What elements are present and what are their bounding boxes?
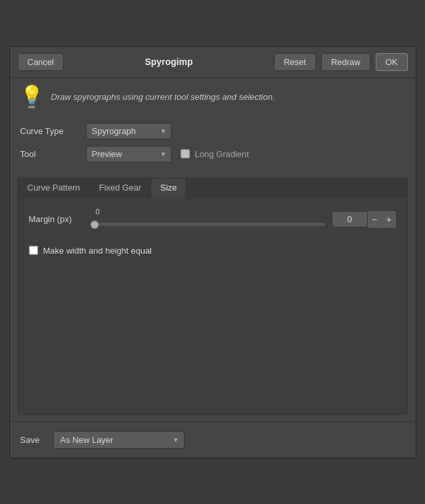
margin-slider-value-label: 0 [96, 208, 325, 216]
ok-button[interactable]: OK [376, 53, 408, 71]
save-label: Save [20, 435, 47, 445]
tab-fixed-gear[interactable]: Fixed Gear [90, 179, 151, 196]
spyrogimp-dialog: Cancel Spyrogimp Reset Redraw OK 💡 Draw … [9, 46, 416, 459]
tab-curve-pattern[interactable]: Curve Pattern [18, 179, 90, 196]
save-select-wrapper: As New Layer To Current Layer To New Ima… [53, 431, 185, 449]
long-gradient-checkbox[interactable] [181, 149, 190, 158]
tab-size-content: Margin (px) 0 − + Mak [18, 197, 407, 414]
make-equal-label: Make width and height equal [43, 246, 152, 256]
save-select[interactable]: As New Layer To Current Layer To New Ima… [53, 431, 185, 449]
make-equal-checkbox[interactable] [29, 246, 38, 255]
margin-increment-button[interactable]: + [382, 210, 397, 229]
tool-label: Tool [20, 149, 79, 159]
long-gradient-label: Long Gradient [195, 149, 249, 159]
margin-slider-thumb[interactable] [90, 220, 99, 229]
curve-type-select[interactable]: Spyrograph Epitrochoid Sine Curve Lissaj… [86, 123, 171, 139]
tool-select-wrapper: Preview Pencil Paintbrush Airbrush ▼ [86, 146, 171, 162]
tool-select[interactable]: Preview Pencil Paintbrush Airbrush [86, 146, 171, 162]
margin-slider-track [95, 223, 325, 226]
curve-type-select-wrapper: Spyrograph Epitrochoid Sine Curve Lissaj… [86, 123, 171, 139]
info-description: Draw spyrographs using current tool sett… [51, 92, 275, 102]
info-row: 💡 Draw spyrographs using current tool se… [10, 78, 416, 116]
form-area: Curve Type Spyrograph Epitrochoid Sine C… [10, 116, 416, 178]
equal-row: Make width and height equal [29, 246, 397, 256]
curve-type-label: Curve Type [20, 126, 79, 136]
margin-decrement-button[interactable]: − [368, 210, 382, 229]
dialog-title: Spyrogimp [69, 57, 269, 67]
margin-row: Margin (px) 0 − + [29, 208, 397, 231]
margin-slider-container[interactable] [95, 218, 325, 231]
bulb-icon: 💡 [20, 86, 43, 108]
margin-spinner: − + [332, 210, 397, 229]
tabs-panel: Curve Pattern Fixed Gear Size Margin (px… [18, 178, 408, 415]
toolbar: Cancel Spyrogimp Reset Redraw OK [10, 47, 416, 78]
redraw-button[interactable]: Redraw [321, 53, 370, 71]
tabs-header: Curve Pattern Fixed Gear Size [18, 179, 407, 197]
tool-row: Tool Preview Pencil Paintbrush Airbrush … [20, 146, 405, 162]
save-row: Save As New Layer To Current Layer To Ne… [10, 421, 416, 458]
reset-button[interactable]: Reset [274, 53, 316, 71]
margin-input[interactable] [332, 211, 368, 227]
tab-size[interactable]: Size [151, 179, 187, 197]
cancel-button[interactable]: Cancel [18, 53, 64, 71]
margin-slider-wrap: 0 [95, 208, 325, 231]
long-gradient-row: Long Gradient [181, 149, 249, 159]
curve-type-row: Curve Type Spyrograph Epitrochoid Sine C… [20, 123, 405, 139]
margin-label: Margin (px) [29, 214, 88, 224]
